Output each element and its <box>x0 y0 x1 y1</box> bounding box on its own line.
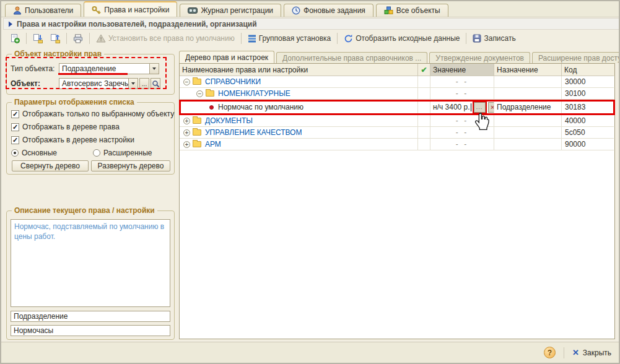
right-tabstrip: Дерево прав и настроек Дополнительные пр… <box>179 51 616 63</box>
toolbar-separator <box>26 33 27 44</box>
checkbox-label: Отображать в дереве права <box>22 123 120 131</box>
export-settings-button[interactable] <box>29 32 46 45</box>
radio-basic[interactable]: Основные <box>11 149 57 157</box>
print-button[interactable] <box>69 32 87 45</box>
code-cell: 90000 <box>562 139 614 150</box>
value-cell[interactable]: - - <box>430 88 494 100</box>
import-settings-button[interactable] <box>46 32 64 45</box>
purpose-field[interactable]: Подразделение <box>11 311 170 322</box>
keys-icon <box>92 6 101 14</box>
value-cell[interactable]: - - <box>430 127 494 139</box>
tab-all-objects[interactable]: Все объекты <box>376 4 448 17</box>
journal-icon <box>188 7 198 14</box>
toolbar-separator <box>466 33 466 44</box>
column-header-value[interactable]: Значение <box>430 64 494 76</box>
folder-icon <box>193 118 201 124</box>
set-default-rights-button[interactable]: Установить все права по умолчанию <box>92 32 238 45</box>
tab-registration-log[interactable]: Журнал регистрации <box>180 4 281 17</box>
value-cell[interactable]: н/ч 3400 р....× <box>430 100 494 115</box>
expand-node-icon[interactable]: + <box>183 118 190 124</box>
check-cell <box>418 115 430 127</box>
tree-row[interactable]: Нормочас по умолчаниюн/ч 3400 р....×Подр… <box>180 100 614 115</box>
add-button[interactable] <box>6 32 24 45</box>
table-header: Наименование права или настройки ✔ Значе… <box>180 64 614 76</box>
bottom-bar: ? ✕ Закрыть <box>1 342 619 363</box>
purpose-cell <box>494 76 562 88</box>
warning-icon <box>96 34 106 43</box>
printer-icon <box>73 34 83 43</box>
checkbox-show-rights-tree[interactable]: ✓ Отображать в дереве права <box>11 123 120 131</box>
tab-document-approval[interactable]: Утверждение документов <box>429 52 530 63</box>
column-header-code[interactable]: Код <box>562 64 614 76</box>
expand-tree-label: Развернуть дерево <box>98 162 164 170</box>
empty-value: - - <box>456 116 468 125</box>
check-icon[interactable]: ✔ <box>418 64 430 76</box>
cubes-icon <box>384 6 393 15</box>
tree-row[interactable]: −НОМЕНКЛАТУРНЫЕ- -30100 <box>180 88 614 100</box>
expand-node-icon[interactable]: + <box>183 129 190 136</box>
radio-extended[interactable]: Расширенные <box>93 149 152 157</box>
checkbox-only-selected-object[interactable]: ✓ Отображать только по выбранному объект… <box>11 110 174 118</box>
empty-value: - - <box>456 77 468 86</box>
rtab-label: Дополнительные права справочников ... <box>282 54 421 63</box>
tree-row[interactable]: +АРМ- -90000 <box>180 139 614 150</box>
tab-label: Фоновые задания <box>303 6 365 15</box>
toolbar-separator <box>337 33 338 44</box>
collapse-tree-button[interactable]: Свернуть дерево <box>12 160 89 171</box>
folder-name: НОМЕНКЛАТУРНЫЕ <box>218 89 290 98</box>
rights-settings-window: Пользователи Права и настройки Журнал ре… <box>0 0 620 364</box>
collapse-node-icon[interactable]: − <box>196 90 203 97</box>
tab-access-rights-extension[interactable]: Расширение прав доступа <box>532 52 620 63</box>
object-settings-group: Объект настройки прав Тип объекта: Подра… <box>6 54 175 95</box>
expand-node-icon[interactable]: + <box>183 141 190 148</box>
value-select-button[interactable]: ... <box>474 102 486 113</box>
folder-icon <box>193 79 201 85</box>
folder-icon <box>193 129 201 136</box>
chevron-down-icon <box>131 82 135 85</box>
tree-row[interactable]: +ДОКУМЕНТЫ- -40000 <box>180 115 614 127</box>
object-search-button[interactable] <box>151 78 160 89</box>
tab-rights-tree[interactable]: Дерево прав и настроек <box>179 51 274 63</box>
tab-background-jobs[interactable]: Фоновые задания <box>284 4 373 17</box>
code-cell: 30000 <box>562 76 614 88</box>
column-header-name[interactable]: Наименование права или настройки <box>180 64 418 76</box>
checkbox-checked-icon: ✓ <box>11 123 19 131</box>
expand-tree-button[interactable]: Развернуть дерево <box>91 160 170 171</box>
tree-row[interactable]: +УПРАВЛЕНИЕ КАЧЕСТВОМ- -5c050 <box>180 127 614 139</box>
column-header-purpose[interactable]: Назначение <box>494 64 562 76</box>
collapse-tree-label: Свернуть дерево <box>20 162 80 170</box>
tab-additional-rights[interactable]: Дополнительные права справочников ... <box>276 52 427 63</box>
setting-name-value: Нормочасы <box>14 326 53 335</box>
checkbox-show-settings-tree[interactable]: ✓ Отображать в дереве настройки <box>11 136 134 144</box>
check-cell <box>418 88 430 100</box>
user-icon <box>13 6 22 15</box>
help-button[interactable]: ? <box>544 347 556 358</box>
tree-row[interactable]: −СПРАВОЧНИКИ- -30000 <box>180 76 614 88</box>
object-type-dropdown-button[interactable] <box>150 63 159 74</box>
folder-name: СПРАВОЧНИКИ <box>205 77 261 86</box>
folder-name: УПРАВЛЕНИЕ КАЧЕСТВОМ <box>205 128 302 137</box>
collapse-node-icon[interactable]: − <box>183 79 190 85</box>
tab-users[interactable]: Пользователи <box>5 4 81 17</box>
code-cell: 30183 <box>562 100 614 115</box>
show-source-data-button[interactable]: Отобразить исходные данные <box>340 32 463 45</box>
name-cell: −СПРАВОЧНИКИ <box>180 76 418 88</box>
value-cell[interactable]: - - <box>430 76 494 88</box>
object-dropdown-button[interactable] <box>129 78 138 89</box>
object-type-combobox[interactable]: Подразделение <box>59 63 150 74</box>
check-cell <box>418 127 430 139</box>
object-type-label: Тип объекта: <box>11 64 59 73</box>
group-setup-button[interactable]: Групповая установка <box>244 32 335 45</box>
object-select-button[interactable]: ... <box>139 78 149 89</box>
description-textarea[interactable]: Нормочас, подставляемый по умолчанию в ц… <box>11 219 170 307</box>
close-button[interactable]: ✕ Закрыть <box>572 348 611 357</box>
rtab-label: Утверждение документов <box>435 54 524 63</box>
setting-name-field[interactable]: Нормочасы <box>11 325 170 336</box>
tab-rights-settings[interactable]: Права и настройки <box>84 1 177 17</box>
save-button[interactable]: Записать <box>469 32 519 45</box>
value-cell[interactable]: - - <box>430 139 494 150</box>
object-combobox[interactable]: Автосервис Заречье <box>59 78 129 89</box>
value-clear-button[interactable]: × <box>488 102 494 113</box>
value-editor-text[interactable]: н/ч 3400 р. <box>433 103 470 111</box>
value-cell[interactable]: - - <box>430 115 494 127</box>
